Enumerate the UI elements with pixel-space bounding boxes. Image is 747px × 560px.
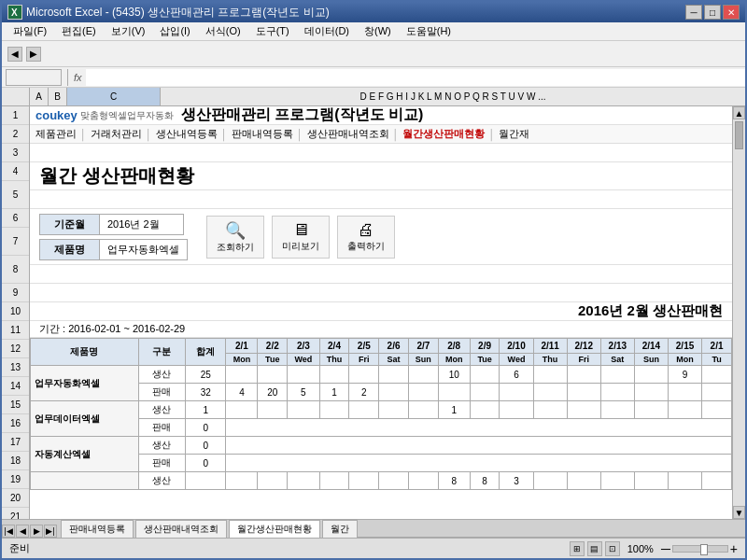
- nav-sep-1: │: [80, 129, 87, 140]
- minimize-button[interactable]: ─: [685, 5, 702, 20]
- d10-p1: 6: [500, 366, 533, 384]
- base-month-row: 기준월 2016년 2월: [39, 214, 188, 235]
- tab-scroll-buttons: |◀ ◀ ▶ ▶|: [2, 525, 57, 538]
- nav-item-sale-reg[interactable]: 판매내역등록: [232, 127, 293, 141]
- menu-edit[interactable]: 편집(E): [54, 24, 104, 38]
- search-button[interactable]: 🔍 조회하기: [206, 216, 264, 259]
- nav-item-monthly[interactable]: 월간생산판매현황: [402, 127, 485, 141]
- r21-d11: [533, 472, 567, 490]
- th-type: 구분: [138, 339, 186, 366]
- table-header: 제품명 구분 합계 2/1 2/2 2/3 2/4 2/5 2/6 2/7 2/…: [31, 339, 732, 366]
- d8-p2: 1: [438, 401, 470, 419]
- scroll-track[interactable]: [733, 151, 745, 506]
- print-button[interactable]: 🖨 출력하기: [337, 216, 395, 259]
- d7-s1: [408, 384, 438, 401]
- th-total: 합계: [186, 339, 226, 366]
- nav-item-prod-reg[interactable]: 생산내역등록: [156, 127, 218, 141]
- r21-d1: [226, 472, 258, 490]
- close-button[interactable]: ✕: [723, 5, 740, 20]
- logo-sub: 맞춤형엑셀업무자동화: [80, 109, 174, 122]
- normal-view-button[interactable]: ⊞: [570, 541, 585, 556]
- nav-item-prodsale[interactable]: 생산판매내역조회: [307, 127, 389, 141]
- base-month-value[interactable]: 2016년 2월: [100, 214, 184, 235]
- toolbar-back[interactable]: ◀: [7, 47, 22, 62]
- excel-window: X Microsoft Excel - (5435) 생산판매관리 프로그램(작…: [0, 0, 747, 560]
- tab-scroll-right[interactable]: ▶: [30, 525, 43, 538]
- tab-scroll-first[interactable]: |◀: [2, 525, 15, 538]
- tab-scroll-left[interactable]: ◀: [16, 525, 29, 538]
- nav-item-dealer[interactable]: 거래처관리: [91, 127, 142, 141]
- th-d13: 2/13: [600, 339, 634, 354]
- scroll-up-arrow[interactable]: ▲: [733, 106, 745, 119]
- table-area: 제품명 구분 합계 2/1 2/2 2/3 2/4 2/5 2/6 2/7 2/…: [30, 338, 732, 490]
- row-num-11: 11: [2, 321, 29, 340]
- page-break-button[interactable]: ⊡: [605, 541, 620, 556]
- menu-file[interactable]: 파일(F): [6, 24, 54, 38]
- report-title: 2016년 2월 생산판매현: [578, 302, 723, 320]
- restore-button[interactable]: □: [704, 5, 721, 20]
- d2-p1: [258, 366, 288, 384]
- d11-s1: [533, 384, 567, 401]
- sheet-tab-prodsale[interactable]: 생산판매내역조회: [135, 520, 227, 538]
- table-row: 자동계산엑셀 생산 0: [31, 437, 732, 455]
- type-sale-2: 판매: [138, 419, 186, 437]
- tab-scroll-last[interactable]: ▶|: [44, 525, 57, 538]
- toolbar: ◀ ▶: [2, 41, 745, 67]
- menu-view[interactable]: 보기(V): [104, 24, 153, 38]
- menu-help[interactable]: 도움말(H): [399, 24, 458, 38]
- menu-insert[interactable]: 삽입(I): [152, 24, 197, 38]
- th-day5: Fri: [349, 354, 379, 366]
- menu-window[interactable]: 창(W): [357, 24, 399, 38]
- menu-data[interactable]: 데이터(D): [297, 24, 357, 38]
- scroll-thumb[interactable]: [735, 121, 743, 149]
- period-label: 기간 : 2016-02-01 ~ 2016-02-29: [39, 322, 185, 336]
- nav-item-product[interactable]: 제품관리: [35, 127, 77, 141]
- row-num-8: 8: [2, 256, 29, 284]
- d11-p2: [533, 401, 567, 419]
- row-12: 기간 : 2016-02-01 ~ 2016-02-29: [30, 321, 732, 338]
- th-day12: Fri: [567, 354, 600, 366]
- d3-s1: 5: [288, 384, 319, 401]
- product-value[interactable]: 업무자동화엑셀: [100, 239, 188, 260]
- th-d12: 2/12: [567, 339, 600, 354]
- zoom-out-button[interactable]: ─: [661, 541, 670, 556]
- th-day16: Tu: [702, 354, 732, 366]
- th-d9: 2/9: [470, 339, 500, 354]
- vertical-scrollbar[interactable]: ▲ ▼: [732, 106, 745, 519]
- col-header-C: C: [67, 88, 161, 105]
- menu-tools[interactable]: 도구(T): [248, 24, 297, 38]
- window-title: Microsoft Excel - (5435) 생산판매관리 프로그램(작년도…: [26, 5, 685, 21]
- product-name-3: 자동계산엑셀: [31, 437, 139, 472]
- zoom-slider-thumb[interactable]: [700, 544, 708, 555]
- nav-item-monthly2[interactable]: 월간재: [499, 127, 529, 141]
- row-num-15: 15: [2, 396, 29, 414]
- r21-d10: 3: [500, 472, 533, 490]
- sheet-tab-sales[interactable]: 판매내역등록: [61, 520, 134, 538]
- total-prod-2: 1: [186, 401, 226, 419]
- formula-input[interactable]: [86, 69, 745, 86]
- toolbar-forward[interactable]: ▶: [26, 47, 41, 62]
- page-layout-button[interactable]: ▤: [587, 541, 602, 556]
- th-day2: Tue: [258, 354, 288, 366]
- name-box[interactable]: [6, 69, 62, 86]
- menu-format[interactable]: 서식(O): [198, 24, 248, 38]
- d6-s1: [379, 384, 409, 401]
- th-day15: Mon: [669, 354, 702, 366]
- preview-button[interactable]: 🖥 미리보기: [272, 216, 330, 259]
- d6-p2: [379, 401, 409, 419]
- row-num-7: 7: [2, 228, 29, 256]
- sheet-tab-monthly[interactable]: 월간생산판매현황: [229, 520, 320, 538]
- zoom-in-button[interactable]: +: [730, 541, 738, 556]
- table-row: 생산 8 8 3: [31, 472, 732, 490]
- th-d6: 2/6: [379, 339, 409, 354]
- d1-s1: 4: [226, 384, 258, 401]
- zoom-slider[interactable]: [672, 545, 728, 553]
- type-prod-3: 생산: [138, 437, 186, 455]
- nav-sep-2: │: [146, 129, 152, 140]
- preview-label: 미리보기: [282, 240, 319, 253]
- corner-cell: [2, 88, 30, 105]
- scroll-down-arrow[interactable]: ▼: [733, 506, 745, 519]
- type-row21: 생산: [138, 472, 186, 490]
- sheet-tab-monthly2[interactable]: 월간: [322, 520, 358, 538]
- print-icon: 🖨: [358, 220, 374, 240]
